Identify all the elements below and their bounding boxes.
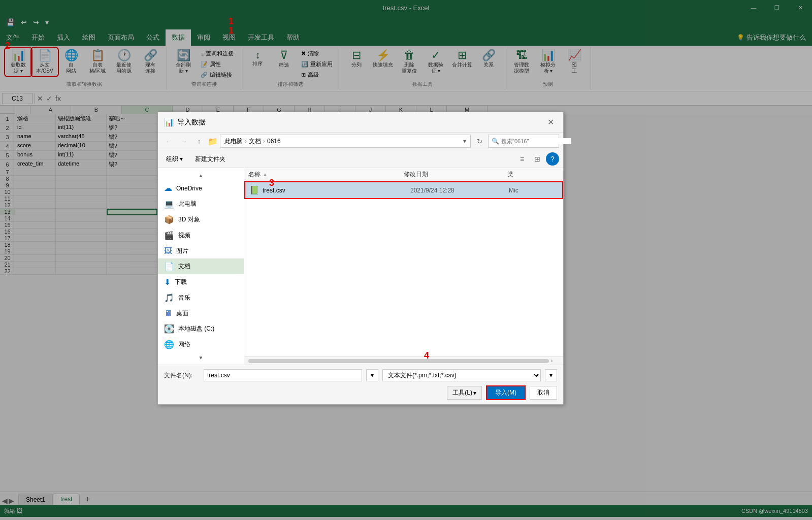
dialog-bottom: 文件名(N): ▾ 文本文件(*.prn;*.txt;*.csv) ▾ 工具(L…	[158, 365, 563, 404]
refresh-button[interactable]: ↻	[473, 135, 486, 148]
search-input[interactable]	[501, 138, 571, 144]
dialog-title-text: 导入数据	[177, 118, 206, 127]
file-panel: 名称 ▲ 修改日期 类 📗 trest.csv 2021/9/24 12:28 …	[244, 168, 563, 365]
search-icon: 🔍	[492, 138, 499, 145]
col-name-header[interactable]: 名称 ▲	[248, 170, 404, 179]
sidebar-item-onedrive[interactable]: ☁ OneDrive	[158, 180, 244, 196]
3dobjects-label: 3D 对象	[178, 215, 200, 224]
music-label: 音乐	[178, 294, 190, 302]
sidebar-item-downloads[interactable]: ⬇ 下载	[158, 274, 244, 290]
dialog-title-icon: 📊	[164, 117, 174, 127]
sidebar-scroll-down[interactable]: ▼	[158, 352, 244, 363]
browser-toolbar: 组织 ▾ 新建文件夹 ≡ ⊞ ?	[158, 150, 563, 168]
dialog-title-bar: 📊 导入数据 ✕	[158, 112, 563, 133]
dialog-close-button[interactable]: ✕	[544, 116, 557, 128]
videos-icon: 🎬	[164, 231, 174, 240]
desktop-label: 桌面	[176, 309, 188, 318]
sidebar-item-desktop[interactable]: 🖥 桌面	[158, 306, 244, 321]
col-type-header[interactable]: 类	[507, 170, 559, 179]
filename-input[interactable]	[204, 369, 362, 381]
file-column-headers: 名称 ▲ 修改日期 类	[244, 168, 563, 181]
sidebar-item-videos[interactable]: 🎬 视频	[158, 228, 244, 243]
import-button[interactable]: 导入(M)	[486, 385, 526, 400]
videos-label: 视频	[178, 231, 190, 240]
scroll-right-icon[interactable]: ›	[551, 358, 553, 364]
onedrive-label: OneDrive	[176, 185, 202, 192]
help-view-button[interactable]: ?	[546, 152, 559, 166]
import-dialog: 📊 导入数据 ✕ ← → ↑ 📁 此电脑 › 文档 › 0616 ▾ ↻ 🔍	[157, 112, 564, 405]
view-large-button[interactable]: ⊞	[531, 152, 544, 166]
nav-up-button[interactable]: ↑	[192, 135, 206, 148]
nav-back-button[interactable]: ←	[162, 135, 175, 148]
sidebar-item-3dobjects[interactable]: 📦 3D 对象	[158, 212, 244, 228]
file-item-trest-csv[interactable]: 📗 trest.csv 2021/9/24 12:28 Mic	[244, 181, 563, 199]
sidebar-item-localdisk[interactable]: 💽 本地磁盘 (C:)	[158, 321, 244, 337]
sidebar-scroll-up[interactable]: ▲	[158, 170, 244, 180]
tools-label: 工具(L)	[452, 388, 472, 397]
filetype-select[interactable]: 文本文件(*.prn;*.txt;*.csv)	[382, 369, 541, 381]
cancel-button[interactable]: 取消	[530, 386, 557, 400]
dialog-buttons-row: 工具(L) ▾ 导入(M) 取消	[164, 385, 557, 400]
filetype-dropdown-button[interactable]: ▾	[545, 369, 557, 381]
sidebar-panel: ▲ ☁ OneDrive 💻 此电脑 📦 3D 对象 🎬 视频	[158, 168, 244, 365]
filename-row: 文件名(N): ▾ 文本文件(*.prn;*.txt;*.csv) ▾	[164, 369, 557, 381]
downloads-icon: ⬇	[164, 277, 171, 287]
breadcrumb-0616[interactable]: 0616	[267, 138, 281, 145]
pictures-label: 图片	[176, 247, 188, 255]
pictures-icon: 🖼	[164, 246, 172, 255]
file-name: trest.csv	[263, 187, 410, 194]
network-icon: 🌐	[164, 340, 174, 349]
onedrive-icon: ☁	[164, 183, 172, 193]
3dobjects-icon: 📦	[164, 215, 174, 224]
file-date: 2021/9/24 12:28	[410, 187, 509, 194]
sidebar-item-thispc[interactable]: 💻 此电脑	[158, 196, 244, 212]
sidebar-item-pictures[interactable]: 🖼 图片	[158, 243, 244, 258]
browser-body: ▲ ☁ OneDrive 💻 此电脑 📦 3D 对象 🎬 视频	[158, 168, 563, 365]
organize-button[interactable]: 组织 ▾	[162, 153, 187, 165]
localdisk-label: 本地磁盘 (C:)	[178, 324, 214, 333]
breadcrumb-path[interactable]: 此电脑 › 文档 › 0616 ▾	[220, 135, 471, 148]
sidebar-item-network[interactable]: 🌐 网络	[158, 337, 244, 352]
csv-file-icon: 📗	[249, 185, 259, 195]
tools-dropdown-icon: ▾	[473, 389, 476, 397]
sidebar-item-music[interactable]: 🎵 音乐	[158, 290, 244, 306]
desktop-icon: 🖥	[164, 309, 172, 318]
new-folder-button[interactable]: 新建文件夹	[191, 153, 230, 165]
browser-nav: ← → ↑ 📁 此电脑 › 文档 › 0616 ▾ ↻ 🔍	[158, 133, 563, 150]
file-list: 📗 trest.csv 2021/9/24 12:28 Mic	[244, 181, 563, 356]
thispc-icon: 💻	[164, 199, 174, 209]
name-sort-icon: ▲	[263, 172, 268, 177]
col-date-header[interactable]: 修改日期	[404, 170, 507, 179]
documents-icon: 📄	[164, 262, 174, 271]
filename-label: 文件名(N):	[164, 371, 200, 380]
breadcrumb-docs[interactable]: 文档	[249, 137, 261, 146]
file-type: Mic	[509, 187, 558, 194]
breadcrumb-thispc[interactable]: 此电脑	[224, 137, 243, 146]
localdisk-icon: 💽	[164, 324, 174, 334]
view-details-button[interactable]: ≡	[515, 152, 529, 166]
downloads-label: 下载	[175, 278, 187, 286]
nav-forward-button[interactable]: →	[177, 135, 190, 148]
dialog-overlay: 📊 导入数据 ✕ ← → ↑ 📁 此电脑 › 文档 › 0616 ▾ ↻ 🔍	[0, 0, 812, 520]
filename-dropdown-button[interactable]: ▾	[366, 369, 378, 381]
music-icon: 🎵	[164, 293, 174, 303]
breadcrumb-dropdown[interactable]: ▾	[463, 138, 466, 145]
network-label: 网络	[178, 340, 190, 349]
documents-label: 文档	[178, 262, 190, 271]
horizontal-scrollbar[interactable]: ›	[244, 356, 563, 365]
tools-button[interactable]: 工具(L) ▾	[447, 386, 482, 400]
sidebar-item-documents[interactable]: 📄 文档	[158, 258, 244, 274]
thispc-label: 此电脑	[178, 200, 197, 208]
search-box: 🔍	[488, 135, 559, 148]
folder-icon: 📁	[208, 137, 218, 146]
